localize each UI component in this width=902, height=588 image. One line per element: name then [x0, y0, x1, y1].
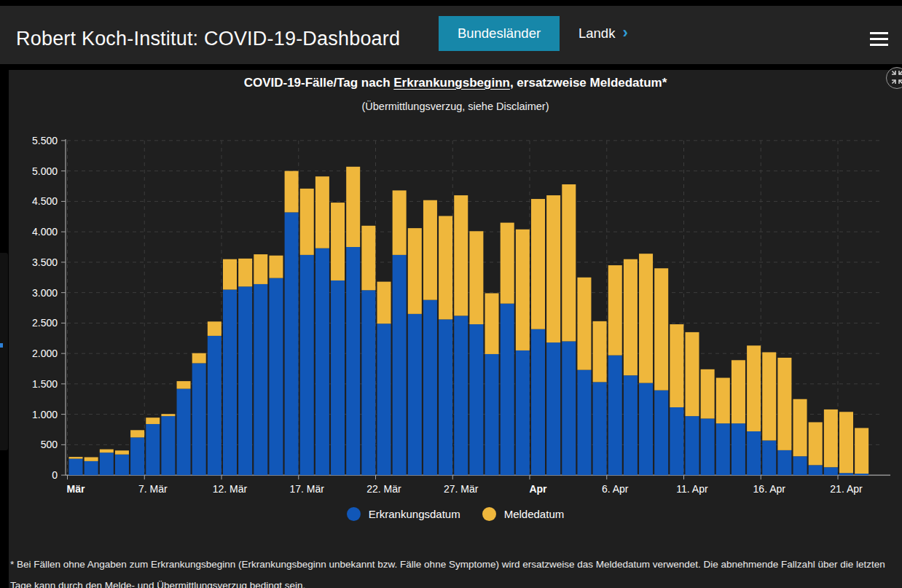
- bar-segment-erkrankungsdatum-4. Apr[interactable]: [577, 370, 591, 475]
- bar-segment-meldedatum-15. Apr[interactable]: [747, 345, 761, 431]
- bar-segment-erkrankungsdatum-11. Apr[interactable]: [686, 416, 699, 475]
- bar-segment-erkrankungsdatum-22. Mär[interactable]: [377, 324, 391, 475]
- bar-segment-meldedatum-17. Mär[interactable]: [300, 189, 314, 255]
- bar-segment-meldedatum-21. Mär[interactable]: [361, 226, 375, 291]
- bar-segment-erkrankungsdatum-10. Apr[interactable]: [670, 407, 683, 475]
- bar-segment-meldedatum-22. Mär[interactable]: [377, 282, 391, 324]
- bar-segment-erkrankungsdatum-19. Apr[interactable]: [809, 465, 823, 475]
- bar-segment-meldedatum-3. Mär[interactable]: [85, 457, 98, 460]
- bar-segment-erkrankungsdatum-8. Mär[interactable]: [161, 416, 175, 475]
- bar-segment-meldedatum-22. Apr[interactable]: [855, 428, 868, 474]
- bar-segment-meldedatum-14. Apr[interactable]: [732, 360, 745, 423]
- bar-segment-erkrankungsdatum-16. Apr[interactable]: [762, 441, 776, 476]
- bar-segment-meldedatum-2. Mär[interactable]: [69, 457, 83, 459]
- bar-segment-erkrankungsdatum-12. Apr[interactable]: [701, 418, 715, 475]
- bar-segment-meldedatum-13. Mär[interactable]: [238, 259, 252, 286]
- legend-item-erkrankungsdatum[interactable]: Erkrankungsdatum: [347, 507, 460, 521]
- bar-segment-erkrankungsdatum-7. Mär[interactable]: [146, 424, 160, 475]
- bar-segment-erkrankungsdatum-30. Mär[interactable]: [501, 304, 514, 475]
- bar-segment-meldedatum-17. Apr[interactable]: [777, 358, 791, 450]
- bar-segment-erkrankungsdatum-17. Apr[interactable]: [777, 450, 791, 475]
- chart-title-erkrankungsbeginn-link[interactable]: Erkrankungsbeginn: [393, 76, 510, 90]
- bar-segment-meldedatum-30. Mär[interactable]: [501, 223, 514, 304]
- bar-segment-erkrankungsdatum-29. Mär[interactable]: [485, 354, 499, 475]
- bar-segment-meldedatum-26. Mär[interactable]: [439, 216, 452, 319]
- bar-segment-erkrankungsdatum-14. Mär[interactable]: [254, 284, 267, 475]
- bar-segment-erkrankungsdatum-3. Mär[interactable]: [85, 461, 98, 475]
- bar-segment-meldedatum-7. Mär[interactable]: [146, 418, 160, 424]
- bar-segment-erkrankungsdatum-28. Mär[interactable]: [469, 324, 483, 475]
- bar-segment-erkrankungsdatum-13. Mär[interactable]: [238, 286, 252, 475]
- bar-segment-erkrankungsdatum-21. Apr[interactable]: [839, 473, 853, 475]
- bar-segment-erkrankungsdatum-1. Apr[interactable]: [531, 329, 545, 475]
- bar-segment-erkrankungsdatum-23. Mär[interactable]: [393, 255, 407, 475]
- bar-segment-erkrankungsdatum-24. Mär[interactable]: [408, 314, 422, 475]
- tab-bundeslaender[interactable]: Bundesländer: [439, 16, 560, 51]
- bar-segment-erkrankungsdatum-26. Mär[interactable]: [439, 319, 452, 475]
- bar-segment-erkrankungsdatum-21. Mär[interactable]: [361, 290, 375, 475]
- bar-segment-erkrankungsdatum-12. Mär[interactable]: [223, 289, 237, 475]
- bar-segment-erkrankungsdatum-18. Mär[interactable]: [315, 248, 329, 475]
- bar-segment-erkrankungsdatum-16. Mär[interactable]: [285, 212, 299, 475]
- bar-segment-erkrankungsdatum-13. Apr[interactable]: [716, 423, 730, 475]
- bar-segment-meldedatum-23. Mär[interactable]: [393, 190, 407, 255]
- bar-segment-meldedatum-28. Mär[interactable]: [469, 231, 483, 324]
- bar-segment-meldedatum-8. Apr[interactable]: [639, 254, 653, 383]
- bar-segment-meldedatum-12. Apr[interactable]: [701, 369, 715, 419]
- bar-segment-erkrankungsdatum-2. Mär[interactable]: [69, 459, 83, 476]
- bar-segment-erkrankungsdatum-15. Apr[interactable]: [747, 431, 761, 475]
- bar-segment-erkrankungsdatum-6. Mär[interactable]: [130, 437, 144, 475]
- bar-segment-meldedatum-4. Apr[interactable]: [577, 278, 591, 370]
- bar-segment-meldedatum-18. Apr[interactable]: [793, 399, 807, 456]
- bar-segment-erkrankungsdatum-19. Mär[interactable]: [331, 281, 345, 475]
- bar-segment-meldedatum-16. Apr[interactable]: [762, 352, 776, 440]
- bar-segment-meldedatum-6. Mär[interactable]: [130, 430, 144, 437]
- bar-segment-meldedatum-24. Mär[interactable]: [408, 228, 422, 314]
- bar-segment-erkrankungsdatum-4. Mär[interactable]: [100, 452, 114, 475]
- bar-segment-erkrankungsdatum-3. Apr[interactable]: [562, 341, 576, 475]
- bar-segment-meldedatum-3. Apr[interactable]: [562, 184, 576, 341]
- bar-segment-erkrankungsdatum-20. Mär[interactable]: [346, 247, 360, 475]
- bar-segment-meldedatum-16. Mär[interactable]: [285, 171, 299, 213]
- bar-segment-erkrankungsdatum-17. Mär[interactable]: [300, 255, 314, 475]
- bar-segment-meldedatum-19. Mär[interactable]: [331, 203, 345, 281]
- bar-segment-meldedatum-18. Mär[interactable]: [315, 176, 329, 248]
- bar-segment-meldedatum-11. Apr[interactable]: [686, 332, 699, 416]
- bar-segment-meldedatum-1. Apr[interactable]: [531, 199, 545, 329]
- bar-segment-erkrankungsdatum-2. Apr[interactable]: [546, 342, 560, 475]
- bar-segment-meldedatum-9. Apr[interactable]: [654, 268, 668, 390]
- bar-segment-erkrankungsdatum-5. Mär[interactable]: [115, 455, 129, 475]
- bar-segment-erkrankungsdatum-18. Apr[interactable]: [793, 456, 807, 475]
- bar-segment-meldedatum-9. Mär[interactable]: [177, 381, 191, 388]
- bar-segment-meldedatum-5. Mär[interactable]: [115, 450, 129, 454]
- bar-segment-meldedatum-29. Mär[interactable]: [485, 293, 499, 353]
- bar-segment-meldedatum-25. Mär[interactable]: [423, 200, 437, 300]
- bar-segment-meldedatum-27. Mär[interactable]: [454, 195, 468, 315]
- bar-segment-erkrankungsdatum-10. Mär[interactable]: [192, 363, 206, 475]
- bar-segment-meldedatum-20. Mär[interactable]: [346, 167, 360, 247]
- bar-segment-erkrankungsdatum-14. Apr[interactable]: [732, 423, 745, 475]
- bar-segment-meldedatum-14. Mär[interactable]: [254, 254, 267, 284]
- bar-segment-meldedatum-4. Mär[interactable]: [100, 450, 114, 453]
- bar-segment-meldedatum-15. Mär[interactable]: [269, 256, 283, 278]
- bar-segment-meldedatum-11. Mär[interactable]: [208, 321, 221, 336]
- bar-segment-meldedatum-5. Apr[interactable]: [593, 321, 607, 382]
- bar-segment-erkrankungsdatum-20. Apr[interactable]: [824, 467, 838, 475]
- bar-segment-erkrankungsdatum-15. Mär[interactable]: [269, 278, 283, 476]
- bar-segment-erkrankungsdatum-7. Apr[interactable]: [624, 375, 638, 475]
- bar-segment-erkrankungsdatum-6. Apr[interactable]: [608, 356, 622, 475]
- bar-segment-erkrankungsdatum-5. Apr[interactable]: [593, 382, 607, 475]
- bar-segment-meldedatum-19. Apr[interactable]: [809, 422, 823, 465]
- bar-segment-meldedatum-6. Apr[interactable]: [608, 265, 622, 356]
- bar-segment-erkrankungsdatum-9. Mär[interactable]: [177, 389, 191, 476]
- bar-segment-meldedatum-12. Mär[interactable]: [223, 259, 237, 290]
- bar-segment-erkrankungsdatum-22. Apr[interactable]: [855, 474, 868, 475]
- bar-segment-meldedatum-31. Mär[interactable]: [516, 230, 530, 350]
- legend-item-meldedatum[interactable]: Meldedatum: [482, 507, 565, 521]
- bar-segment-meldedatum-10. Mär[interactable]: [192, 353, 206, 364]
- bar-segment-erkrankungsdatum-31. Mär[interactable]: [516, 350, 530, 475]
- bar-segment-meldedatum-2. Apr[interactable]: [546, 195, 560, 342]
- bar-segment-erkrankungsdatum-27. Mär[interactable]: [454, 315, 468, 475]
- bar-segment-erkrankungsdatum-11. Mär[interactable]: [208, 336, 221, 475]
- tab-landkreise[interactable]: Landk ›: [574, 16, 632, 51]
